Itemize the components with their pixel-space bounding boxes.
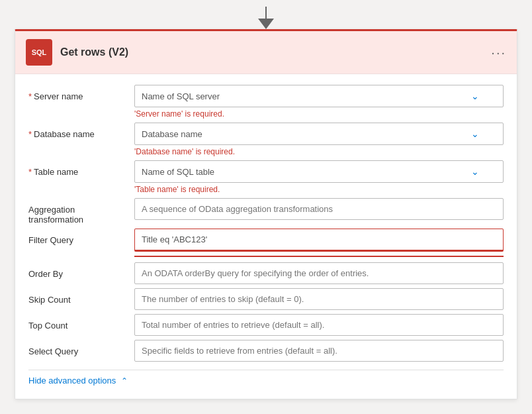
server-name-label: *Server name <box>28 85 134 101</box>
aggregation-label-text: Aggregation transformation <box>28 205 83 225</box>
sql-icon-label: SQL <box>32 48 47 56</box>
filter-query-label-text: Filter Query <box>28 235 73 245</box>
table-name-label-text: Table name <box>34 167 78 177</box>
order-by-row: Order By <box>28 262 504 284</box>
skip-count-control-wrapper <box>134 288 504 310</box>
table-name-required-star: * <box>28 167 32 177</box>
hide-advanced-button[interactable]: Hide advanced options ⌃ <box>28 370 504 386</box>
select-query-row: Select Query <box>28 340 504 362</box>
aggregation-input[interactable] <box>134 198 504 220</box>
table-name-control-wrapper: Name of SQL table ⌄ 'Table name' is requ… <box>134 160 504 194</box>
chevron-up-icon: ⌃ <box>121 376 128 386</box>
server-name-error: 'Server name' is required. <box>134 109 504 119</box>
database-name-required-star: * <box>28 129 32 139</box>
sql-icon: SQL <box>26 39 52 66</box>
database-name-dropdown[interactable]: Database name ⌄ <box>134 123 504 145</box>
select-query-label-text: Select Query <box>28 346 78 356</box>
hide-advanced-label: Hide advanced options <box>28 376 116 386</box>
order-by-control-wrapper <box>134 262 504 284</box>
top-count-label: Top Count <box>28 314 134 331</box>
skip-count-label: Skip Count <box>28 288 134 305</box>
arrow-connector <box>258 7 274 29</box>
select-query-label: Select Query <box>28 340 134 356</box>
arrow-down-icon <box>258 19 274 29</box>
table-name-row: *Table name Name of SQL table ⌄ 'Table n… <box>28 160 504 194</box>
skip-count-row: Skip Count <box>28 288 504 310</box>
filter-query-input[interactable] <box>134 229 504 252</box>
arrow-line <box>265 7 267 19</box>
server-name-required-star: * <box>28 91 32 101</box>
top-count-row: Top Count <box>28 314 504 336</box>
filter-query-label: Filter Query <box>28 229 134 245</box>
select-query-input[interactable] <box>134 340 504 362</box>
database-name-chevron-icon: ⌄ <box>471 129 479 139</box>
card-header: SQL Get rows (V2) ··· <box>15 31 517 74</box>
filter-query-row: Filter Query <box>28 229 504 252</box>
order-by-label-text: Order By <box>28 269 63 279</box>
server-name-control-wrapper: Name of SQL server ⌄ 'Server name' is re… <box>134 85 504 119</box>
table-name-error: 'Table name' is required. <box>134 185 504 194</box>
order-by-input[interactable] <box>134 262 504 284</box>
skip-count-input[interactable] <box>134 288 504 310</box>
database-name-label-text: Database name <box>34 129 95 139</box>
server-name-row: *Server name Name of SQL server ⌄ 'Serve… <box>28 85 504 119</box>
table-name-chevron-icon: ⌄ <box>471 166 479 177</box>
table-name-dropdown[interactable]: Name of SQL table ⌄ <box>134 160 504 183</box>
card-header-left: SQL Get rows (V2) <box>26 39 128 66</box>
card-body: *Server name Name of SQL server ⌄ 'Serve… <box>15 74 517 399</box>
aggregation-row: Aggregation transformation <box>28 198 504 225</box>
server-name-dropdown[interactable]: Name of SQL server ⌄ <box>134 85 504 107</box>
table-name-placeholder: Name of SQL table <box>142 167 214 177</box>
card-menu-button[interactable]: ··· <box>491 45 506 60</box>
database-name-label: *Database name <box>28 123 134 139</box>
top-count-input[interactable] <box>134 314 504 336</box>
aggregation-label: Aggregation transformation <box>28 198 134 225</box>
skip-count-label-text: Skip Count <box>28 295 71 305</box>
server-name-chevron-icon: ⌄ <box>471 91 479 101</box>
top-count-label-text: Top Count <box>28 321 67 331</box>
aggregation-control-wrapper <box>134 198 504 220</box>
filter-query-control-wrapper <box>134 229 504 252</box>
table-name-label: *Table name <box>28 160 134 177</box>
database-name-error: 'Database name' is required. <box>134 147 504 156</box>
card-title: Get rows (V2) <box>60 46 128 58</box>
page-wrapper: SQL Get rows (V2) ··· *Server name Name … <box>7 7 525 399</box>
database-name-placeholder: Database name <box>142 129 202 139</box>
order-by-label: Order By <box>28 262 134 279</box>
get-rows-card: SQL Get rows (V2) ··· *Server name Name … <box>15 29 517 399</box>
select-query-control-wrapper <box>134 340 504 362</box>
server-name-placeholder: Name of SQL server <box>142 91 220 101</box>
server-name-label-text: Server name <box>34 91 83 101</box>
top-count-control-wrapper <box>134 314 504 336</box>
database-name-control-wrapper: Database name ⌄ 'Database name' is requi… <box>134 123 504 156</box>
database-name-row: *Database name Database name ⌄ 'Database… <box>28 123 504 156</box>
filter-query-divider <box>134 256 504 257</box>
